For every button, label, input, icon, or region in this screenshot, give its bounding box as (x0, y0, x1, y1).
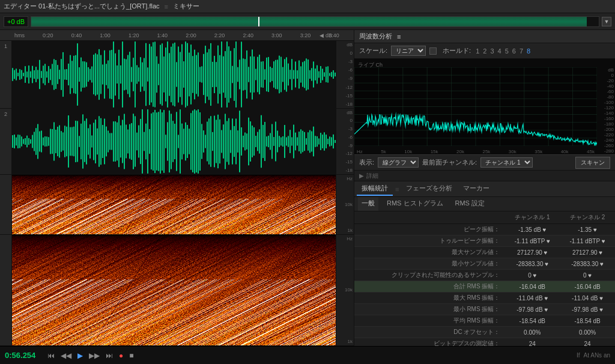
row-ch1: 24 (504, 338, 560, 347)
col-ch1: チャンネル 1 (504, 211, 560, 224)
table-header-row: チャンネル 1 チャンネル 2 (354, 211, 615, 224)
table-row: ピーク振幅：-1.35 dB ♥-1.35 ♥ (354, 224, 615, 235)
status-right: If At ANs an (577, 352, 610, 359)
transport-bar: +0 dB ▼ (0, 13, 615, 30)
transport-controls: ⏮ ◀◀ ▶ ▶▶ ⏭ ● ■ (46, 350, 136, 361)
tab-phase[interactable]: フェーズを分析 (401, 182, 457, 196)
tab-markers[interactable]: マーカー (458, 182, 494, 196)
row-ch2: -18.54 dB (560, 315, 615, 327)
spec-canvas-1 (12, 175, 336, 234)
track-waveform-1[interactable]: // Generated inline (12, 41, 336, 108)
collapse-button[interactable]: ▼ (602, 17, 611, 26)
track-db-scale-1: dB 0 -3 -6 -9 -12 -15 -18 (336, 41, 354, 108)
hold-num-7[interactable]: 7 (518, 47, 524, 55)
scale-label: スケール: (359, 46, 387, 55)
db-display[interactable]: +0 dB (4, 16, 28, 27)
hold-numbers: 1 2 3 4 5 6 7 8 (474, 47, 532, 55)
ruler-mark-3: 1:00 (100, 32, 111, 38)
play-button[interactable]: ▶ (76, 350, 85, 361)
row-ch2: -1.11 dBTP ♥ (560, 235, 615, 247)
row-ch2: 24 (560, 338, 615, 347)
ruler-mark-7: 2:20 (214, 32, 225, 38)
tab-amplitude[interactable]: 振幅統計 (357, 182, 393, 196)
waveform-overview[interactable] (31, 16, 599, 27)
playhead (258, 17, 259, 26)
analyzer-menu-icon[interactable]: ≡ (397, 33, 401, 40)
row-ch1: -11.04 dB ♥ (504, 293, 560, 304)
tracks-area: 1 // Generated inline d (0, 41, 354, 346)
row-label: 最大 RMS 振幅： (354, 293, 504, 304)
channel-select[interactable]: チャンネル 1 チャンネル 2 (480, 157, 533, 168)
row-ch1: -28383.30 ♥ (504, 258, 560, 270)
details-row[interactable]: ▶ 詳細 (354, 171, 615, 181)
track-number-1: 1 (4, 43, 7, 49)
scale-select[interactable]: リニア 対数 (391, 46, 426, 56)
stats-table: チャンネル 1 チャンネル 2 ピーク振幅：-1.35 dB ♥-1.35 ♥ト… (354, 211, 615, 346)
spec-controls-1 (0, 175, 12, 234)
table-row: ビットデプスの測定値：2424 (354, 338, 615, 347)
spectrogram-canvas-1[interactable] (12, 175, 336, 234)
ruler-mark-5: 1:40 (157, 32, 168, 38)
table-row: 平均 RMS 振幅：-18.54 dB-18.54 dB (354, 315, 615, 327)
table-row: 最小サンプル値：-28383.30 ♥-28383.30 ♥ (354, 258, 615, 270)
analyzer-panel: 周波数分析 ≡ スケール: リニア 対数 ホールド: 1 2 3 4 5 6 7… (354, 30, 615, 346)
spectrogram-canvas-2[interactable] (12, 235, 336, 345)
subtab-general[interactable]: 一般 (358, 197, 378, 211)
overview-fill (31, 17, 587, 26)
hold-num-8[interactable]: 8 (526, 47, 532, 55)
skip-to-start-button[interactable]: ⏮ (46, 350, 56, 361)
display-label: 表示: (359, 158, 374, 167)
hold-num-4[interactable]: 4 (497, 47, 503, 55)
display-select[interactable]: 線グラフ 棒グラフ (378, 157, 419, 168)
hold-checkbox[interactable] (429, 47, 437, 55)
status-if: If (577, 352, 580, 359)
separator: ≡ (165, 3, 168, 10)
ruler-mark-4: 1:20 (129, 32, 139, 38)
hold-num-5[interactable]: 5 (504, 47, 510, 55)
stop-button[interactable]: ■ (127, 350, 135, 361)
subtab-rms-settings[interactable]: RMS 設定 (452, 197, 489, 211)
scan-button[interactable]: スキャン (575, 157, 610, 169)
row-ch2: 0 ♥ (560, 270, 615, 281)
spec-controls-2 (0, 235, 12, 345)
analyzer-title: 周波数分析 (359, 32, 392, 41)
rewind-button[interactable]: ◀◀ (59, 350, 73, 361)
skip-to-end-button[interactable]: ⏭ (104, 350, 115, 361)
analyzer-header: 周波数分析 ≡ (354, 30, 615, 43)
ruler-mark-0: hms (14, 32, 25, 38)
subtab-rms-histogram[interactable]: RMS ヒストグラム (383, 197, 447, 211)
channel-label: 最前面チャンネル: (422, 158, 477, 167)
ruler-end: ◀ dB (320, 32, 332, 38)
row-label: トゥルーピーク振幅： (354, 235, 504, 247)
track-row-2: 2 dB 0 -3 -6 -9 -12 -15 -18 (0, 109, 354, 175)
table-row: クリップされた可能性のあるサンプル：0 ♥0 ♥ (354, 270, 615, 281)
stats-tabs: 振幅統計 ≡ フェーズを分析 マーカー (354, 181, 615, 197)
track-waveform-2[interactable] (12, 109, 336, 174)
track-row-1: 1 // Generated inline d (0, 41, 354, 109)
spec-scale-2: Hz 10k 1k (336, 235, 354, 345)
ruler-mark-2: 0:40 (71, 32, 82, 38)
table-row: 最大 RMS 振幅：-11.04 dB ♥-11.04 dB ♥ (354, 293, 615, 304)
row-ch1: -1.35 dB ♥ (504, 224, 560, 235)
display-controls: 表示: 線グラフ 棒グラフ 最前面チャンネル: チャンネル 1 チャンネル 2 … (354, 155, 615, 171)
record-button[interactable]: ● (117, 350, 125, 361)
details-label: 詳細 (366, 172, 378, 180)
hold-num-6[interactable]: 6 (511, 47, 517, 55)
table-row: DC オフセット：0.00%0.00% (354, 327, 615, 338)
spectrogram-row-1: Hz 10k 1k (0, 175, 354, 235)
fast-forward-button[interactable]: ▶▶ (87, 350, 101, 361)
ruler-mark-8: 2:40 (243, 32, 253, 38)
ruler-mark-1: 0:20 (43, 32, 53, 38)
spectrogram-row-2: Hz 10k 1k (0, 235, 354, 346)
mixer-label: ミキサー (173, 2, 199, 11)
spec-scale-1: Hz 10k 1k (336, 175, 354, 234)
table-row: トゥルーピーク振幅：-1.11 dBTP ♥-1.11 dBTP ♥ (354, 235, 615, 247)
hold-num-1[interactable]: 1 (474, 47, 480, 55)
ruler-mark-10: 3:20 (300, 32, 311, 38)
stats-table-wrapper: チャンネル 1 チャンネル 2 ピーク振幅：-1.35 dB ♥-1.35 ♥ト… (354, 211, 615, 346)
spectrum-db-scale: dB 0 -20 -40 -60 -80 -100 -120 -140 -160… (597, 59, 615, 154)
stats-content: 一般 RMS ヒストグラム RMS 設定 チャンネル 1 チャンネル 2 ピーク… (354, 197, 615, 346)
hold-num-2[interactable]: 2 (482, 47, 488, 55)
hold-num-3[interactable]: 3 (489, 47, 495, 55)
row-ch2: -28383.30 ♥ (560, 258, 615, 270)
